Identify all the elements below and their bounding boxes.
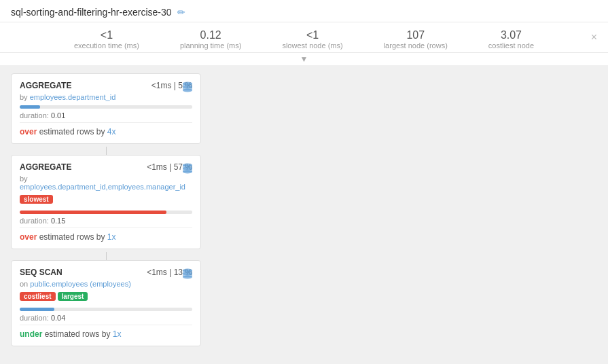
- estimated-rows: under estimated rows by 1x: [20, 325, 192, 339]
- node-card: AGGREGATE<1ms | 57 %by employees.departm…: [11, 155, 201, 249]
- db-icon: [181, 81, 194, 94]
- estimated-multiplier: 1x: [113, 329, 122, 339]
- node-type-label: AGGREGATE: [20, 162, 71, 172]
- stat-label-execution-time: execution time (ms): [74, 41, 139, 50]
- stat-value-execution-time: <1: [74, 29, 139, 41]
- stat-slowest-node: <1 slowest node (ms): [282, 29, 342, 50]
- estimated-multiplier: 4x: [107, 127, 116, 136]
- stat-value-slowest-node: <1: [282, 29, 342, 41]
- node-card: SEQ SCAN<1ms | 13 %on public.employees (…: [11, 260, 201, 346]
- progress-bar: [20, 211, 166, 214]
- node-connector: [106, 147, 107, 155]
- stat-value-costliest-node: 3.07: [488, 29, 534, 41]
- node-header: AGGREGATE<1ms | 57 %: [20, 162, 192, 172]
- duration-label: duration: 0.15: [20, 217, 192, 225]
- estimated-rows: over estimated rows by 1x: [20, 228, 192, 242]
- estimated-multiplier: 1x: [107, 232, 116, 242]
- node-detail: by employees.department_id: [20, 93, 192, 101]
- badge-slowest: slowest: [20, 195, 53, 204]
- db-icon: [181, 268, 194, 281]
- progress-bar-container: [20, 211, 192, 214]
- page-title: sql-sorting-and-filtering-hr-exercise-30: [11, 7, 172, 18]
- estimated-direction: over: [20, 127, 37, 136]
- stat-value-planning-time: 0.12: [180, 29, 241, 41]
- nodes-column: AGGREGATE<1ms | 5 %by employees.departme…: [11, 73, 201, 356]
- node-card: AGGREGATE<1ms | 5 %by employees.departme…: [11, 73, 201, 144]
- svg-point-3: [183, 86, 192, 89]
- node-type-label: SEQ SCAN: [20, 268, 62, 277]
- badge-largest: largest: [58, 292, 88, 301]
- duration-value: 0.04: [51, 314, 65, 322]
- duration-value: 0.15: [51, 217, 65, 225]
- badge-row: costliestlargest: [20, 291, 192, 304]
- duration-label: duration: 0.04: [20, 314, 192, 322]
- stat-label-largest-node: largest node (rows): [384, 41, 448, 50]
- stat-largest-node: 107 largest node (rows): [384, 29, 448, 50]
- svg-point-2: [183, 89, 192, 92]
- svg-point-10: [183, 276, 192, 279]
- node-detail: on public.employees (employees): [20, 280, 192, 288]
- badge-row: slowest: [20, 194, 192, 206]
- svg-point-7: [183, 167, 192, 170]
- node-detail-value: employees.department_id: [30, 93, 116, 101]
- stat-label-slowest-node: slowest node (ms): [282, 41, 342, 50]
- header: sql-sorting-and-filtering-hr-exercise-30…: [0, 0, 608, 22]
- stat-value-largest-node: 107: [384, 29, 448, 41]
- stat-planning-time: 0.12 planning time (ms): [180, 29, 241, 50]
- edit-icon[interactable]: ✏: [177, 7, 185, 18]
- progress-bar-container: [20, 105, 192, 109]
- node-connector: [106, 252, 107, 260]
- estimated-direction: under: [20, 329, 42, 339]
- stats-bar: <1 execution time (ms) 0.12 planning tim…: [0, 22, 608, 53]
- estimated-rows: over estimated rows by 4x: [20, 122, 192, 136]
- duration-value: 0.01: [51, 111, 65, 120]
- chevron-down-icon: ▼: [0, 53, 608, 65]
- estimated-direction: over: [20, 232, 37, 242]
- node-detail-value: public.employees (employees): [30, 280, 131, 288]
- progress-bar: [20, 105, 40, 109]
- close-button[interactable]: ×: [591, 32, 597, 43]
- node-detail-value: employees.department_id,employees.manage…: [20, 183, 185, 191]
- stat-label-costliest-node: costliest node: [488, 41, 534, 50]
- db-icon: [181, 162, 194, 176]
- main-content: AGGREGATE<1ms | 5 %by employees.departme…: [0, 65, 608, 364]
- stat-costliest-node: 3.07 costliest node: [488, 29, 534, 50]
- node-header: AGGREGATE<1ms | 5 %: [20, 81, 192, 90]
- stat-execution-time: <1 execution time (ms): [74, 29, 139, 50]
- stat-label-planning-time: planning time (ms): [180, 41, 241, 50]
- badge-costliest: costliest: [20, 292, 56, 301]
- duration-label: duration: 0.01: [20, 111, 192, 120]
- node-type-label: AGGREGATE: [20, 81, 71, 90]
- node-header: SEQ SCAN<1ms | 13 %: [20, 268, 192, 277]
- node-detail: by employees.department_id,employees.man…: [20, 175, 192, 191]
- svg-point-6: [183, 170, 192, 174]
- progress-bar: [20, 308, 54, 311]
- svg-point-11: [183, 272, 192, 276]
- progress-bar-container: [20, 308, 192, 311]
